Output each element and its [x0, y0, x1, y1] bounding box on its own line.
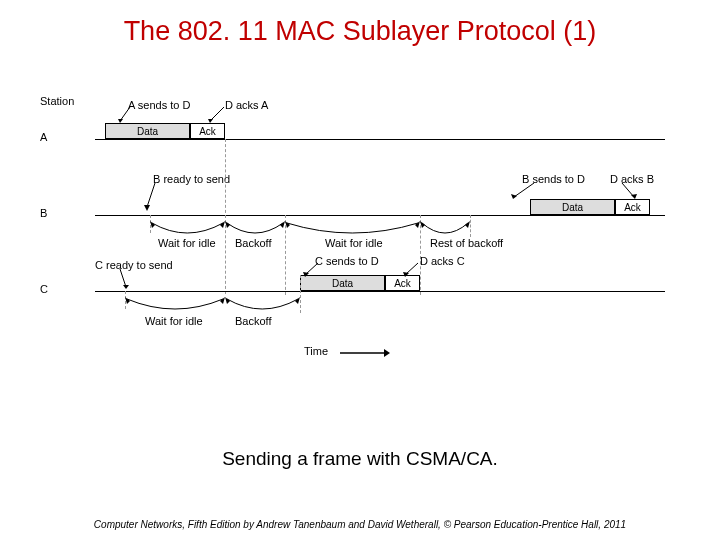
dash-marker [300, 275, 301, 313]
b-ready: B ready to send [153, 173, 230, 185]
svg-marker-24 [125, 297, 130, 304]
span-arrow-icon [420, 221, 470, 239]
c-sends-d: C sends to D [315, 255, 379, 267]
span-arrow-icon [150, 221, 225, 239]
svg-marker-29 [384, 349, 390, 357]
svg-marker-14 [285, 221, 290, 228]
arrow-icon [118, 267, 132, 289]
b-ack-box: Ack [615, 199, 650, 215]
page-title: The 802. 11 MAC Sublayer Protocol (1) [0, 0, 720, 47]
timeline-c [95, 291, 665, 292]
svg-marker-5 [144, 205, 150, 211]
svg-marker-19 [123, 285, 129, 289]
csma-ca-diagram: Station A Data Ack A sends to D D acks A… [40, 95, 680, 415]
b-data-box: Data [530, 199, 615, 215]
station-b-label: B [40, 207, 47, 219]
d-acks-a: D acks A [225, 99, 268, 111]
svg-line-6 [514, 183, 534, 197]
span-arrow-icon [225, 221, 285, 239]
station-header: Station [40, 95, 74, 107]
svg-line-2 [210, 107, 224, 121]
a-data-box: Data [105, 123, 190, 139]
c-ack-box: Ack [385, 275, 420, 291]
dash-marker [470, 215, 471, 237]
arrow-icon [620, 181, 638, 199]
footer-citation: Computer Networks, Fifth Edition by Andr… [0, 519, 720, 530]
arrow-icon [118, 105, 132, 123]
span-arrow-icon [125, 297, 225, 315]
svg-line-0 [120, 107, 130, 121]
time-label: Time [304, 345, 328, 357]
svg-marker-16 [420, 221, 425, 228]
arrow-icon [302, 261, 320, 277]
station-a-label: A [40, 131, 47, 143]
svg-line-4 [147, 183, 155, 207]
svg-marker-1 [118, 119, 123, 123]
wait-idle-3: Wait for idle [145, 315, 203, 327]
a-ack-box: Ack [190, 123, 225, 139]
svg-marker-7 [511, 194, 517, 199]
arrow-icon [143, 181, 157, 211]
svg-marker-27 [295, 297, 300, 304]
backoff-2: Backoff [235, 315, 272, 327]
svg-marker-26 [225, 297, 230, 304]
dash-marker [225, 139, 226, 294]
svg-line-20 [306, 263, 318, 274]
caption: Sending a frame with CSMA/CA. [0, 448, 720, 470]
span-arrow-icon [225, 297, 300, 315]
svg-marker-10 [150, 221, 155, 228]
svg-marker-17 [465, 221, 470, 228]
c-data-box: Data [300, 275, 385, 291]
arrow-icon [208, 105, 226, 123]
arrow-icon [402, 261, 420, 277]
d-acks-c: D acks C [420, 255, 465, 267]
time-arrow-icon [340, 347, 390, 359]
timeline-a [95, 139, 665, 140]
svg-marker-12 [225, 221, 230, 228]
c-ready: C ready to send [95, 259, 173, 271]
a-sends-d: A sends to D [128, 99, 190, 111]
arrow-icon [510, 181, 536, 199]
span-arrow-icon [285, 221, 420, 239]
svg-marker-3 [208, 119, 213, 123]
station-c-label: C [40, 283, 48, 295]
svg-line-22 [406, 263, 418, 274]
svg-line-18 [120, 269, 126, 287]
